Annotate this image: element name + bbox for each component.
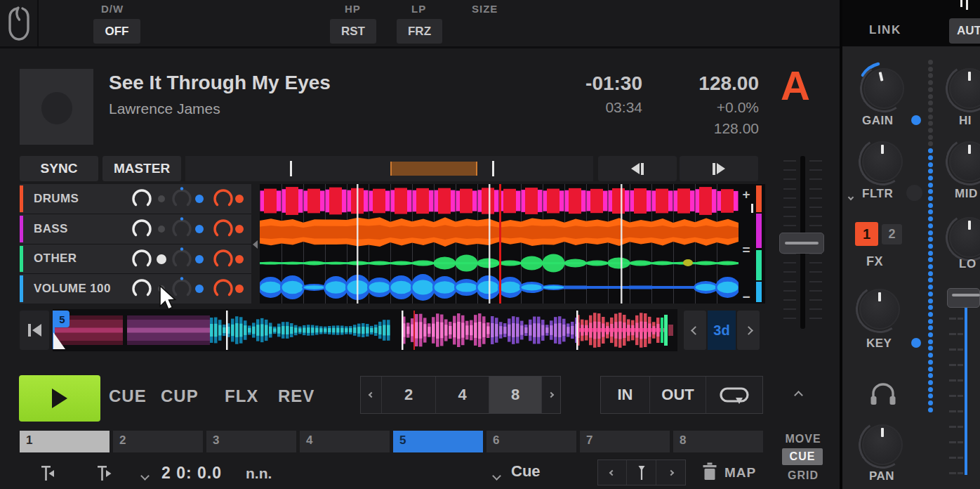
- hotcue-pad-8[interactable]: 8: [673, 431, 763, 452]
- key-display[interactable]: n.n.: [246, 465, 272, 482]
- chevron-down-icon: [492, 471, 501, 481]
- advanced-panel-toggle[interactable]: [788, 386, 809, 403]
- stem-knob-cluster[interactable]: [20, 244, 251, 274]
- jump-to-next-cue-button[interactable]: [95, 462, 116, 486]
- fx1-assign-button[interactable]: 1: [855, 222, 878, 246]
- cue-mode-button[interactable]: CUE: [782, 448, 823, 465]
- time-remaining[interactable]: -01:30: [502, 72, 642, 95]
- key-knob[interactable]: [859, 289, 900, 330]
- next-cue-button[interactable]: [656, 460, 685, 485]
- loop-active-button[interactable]: [706, 377, 762, 413]
- map-button[interactable]: MAP: [724, 465, 756, 481]
- hotcue-5-flag[interactable]: 5: [55, 311, 69, 327]
- filter-knob[interactable]: [862, 141, 903, 182]
- wave-zoom-out-button[interactable]: −: [739, 289, 753, 305]
- pitch-fader-handle[interactable]: [779, 233, 824, 254]
- hotcue-pad-6[interactable]: 6: [486, 431, 576, 452]
- hotcue-pad-5[interactable]: 5: [393, 431, 483, 452]
- stripe-zoom-level[interactable]: 3d: [708, 311, 736, 350]
- cue-button[interactable]: CUE: [109, 386, 147, 406]
- hotcue-pad-4[interactable]: 4: [300, 431, 390, 452]
- cue-type-dropdown[interactable]: [494, 469, 500, 482]
- lo-eq-knob[interactable]: [949, 217, 980, 258]
- fx-dry-wet-off-button[interactable]: OFF: [93, 19, 140, 44]
- hotcue-pad-1[interactable]: 1: [20, 431, 110, 452]
- stem-row-other[interactable]: OTHER: [20, 244, 251, 275]
- track-stripe[interactable]: 5: [53, 309, 677, 351]
- stem-knob-cluster[interactable]: [20, 184, 251, 214]
- nudge-back-button[interactable]: [598, 156, 677, 181]
- grid-mode-label[interactable]: GRID: [778, 469, 828, 482]
- hp-rst-button[interactable]: RST: [330, 19, 376, 44]
- nudge-forward-button[interactable]: [680, 156, 758, 181]
- play-button[interactable]: [19, 375, 100, 422]
- bpm-current[interactable]: 128.00: [654, 72, 759, 95]
- fx2-assign-button[interactable]: 2: [882, 224, 902, 244]
- cue-jump-back-icon: [39, 462, 60, 483]
- cue-type-label[interactable]: Cue: [511, 462, 541, 481]
- track-title: See It Through My Eyes: [109, 72, 331, 94]
- move-mode-label[interactable]: MOVE: [778, 433, 828, 445]
- wave-scroll-handle[interactable]: [751, 204, 753, 213]
- stem-strip-drums: [756, 185, 762, 212]
- mixer-fx-assign-button[interactable]: [0, 0, 39, 46]
- loop-size-next-button[interactable]: [542, 377, 560, 413]
- loop-size-2[interactable]: 2: [382, 377, 436, 413]
- link-button[interactable]: LINK: [869, 23, 901, 37]
- hi-eq-knob[interactable]: [949, 68, 980, 109]
- deck-letter[interactable]: A: [781, 62, 810, 109]
- pan-label: PAN: [869, 469, 894, 483]
- pan-knob[interactable]: [862, 424, 903, 465]
- loop-in-button[interactable]: IN: [601, 377, 650, 413]
- rev-button[interactable]: REV: [278, 386, 314, 406]
- auto-button[interactable]: AUTO: [949, 18, 980, 44]
- stem-row-drums[interactable]: DRUMS: [20, 184, 251, 214]
- lp-label: LP: [411, 3, 426, 15]
- mid-eq-knob[interactable]: [949, 141, 980, 182]
- loop-size-prev-button[interactable]: [361, 377, 382, 413]
- fx-label: FX: [866, 254, 883, 269]
- hotcue-pad-3[interactable]: 3: [206, 431, 296, 452]
- gain-label: GAIN: [862, 114, 894, 128]
- filter-on-toggle[interactable]: [906, 185, 922, 201]
- delete-cue-button[interactable]: [702, 462, 717, 483]
- loop-size-8-active[interactable]: 8: [489, 377, 542, 413]
- stem-waveform: [260, 184, 739, 304]
- skip-to-start-button[interactable]: [20, 311, 49, 350]
- sync-button[interactable]: SYNC: [20, 156, 98, 181]
- stripe-zoom-next-button[interactable]: [737, 311, 760, 350]
- mouse-cursor: [159, 285, 178, 312]
- loop-out-button[interactable]: OUT: [650, 377, 706, 413]
- waveform-panel[interactable]: + = −: [260, 184, 765, 304]
- cup-button[interactable]: CUP: [161, 386, 199, 406]
- stem-row-bass[interactable]: BASS: [20, 214, 251, 244]
- channel-fader-handle[interactable]: [947, 288, 980, 308]
- stem-row-volume[interactable]: VOLUME 100: [20, 274, 251, 304]
- loop-size-selector: 2 4 8: [360, 376, 561, 414]
- flx-button[interactable]: FLX: [225, 386, 258, 406]
- hotcue-pad-7[interactable]: 7: [580, 431, 670, 452]
- stem-knob-cluster[interactable]: [20, 274, 251, 304]
- stem-knob-cluster[interactable]: [20, 214, 251, 244]
- collapse-stems-arrow[interactable]: [253, 240, 258, 249]
- jump-to-prev-cue-button[interactable]: [39, 462, 60, 486]
- headphone-cue-button[interactable]: [869, 381, 897, 409]
- hp-label: HP: [345, 3, 361, 15]
- stripe-zoom-prev-button[interactable]: [684, 311, 706, 350]
- wave-zoom-in-button[interactable]: +: [739, 187, 753, 202]
- chevron-left-icon: [609, 469, 615, 475]
- prev-cue-button[interactable]: [598, 460, 627, 485]
- track-artist: Lawrence James: [109, 100, 220, 117]
- fltr-label: FLTR: [862, 187, 893, 201]
- master-button[interactable]: MASTER: [102, 156, 181, 181]
- cue-marker-button[interactable]: [627, 460, 656, 485]
- wave-zoom-reset-button[interactable]: =: [739, 242, 753, 258]
- beat-phase-meter[interactable]: [185, 156, 593, 181]
- lp-frz-button[interactable]: FRZ: [397, 19, 442, 44]
- gain-knob[interactable]: [863, 68, 904, 109]
- beat-counter-dropdown[interactable]: [142, 469, 148, 482]
- filter-dropdown[interactable]: [849, 190, 853, 202]
- hotcue-pad-2[interactable]: 2: [113, 431, 203, 452]
- dry-wet-label: D/W: [101, 3, 124, 15]
- loop-size-4[interactable]: 4: [436, 377, 489, 413]
